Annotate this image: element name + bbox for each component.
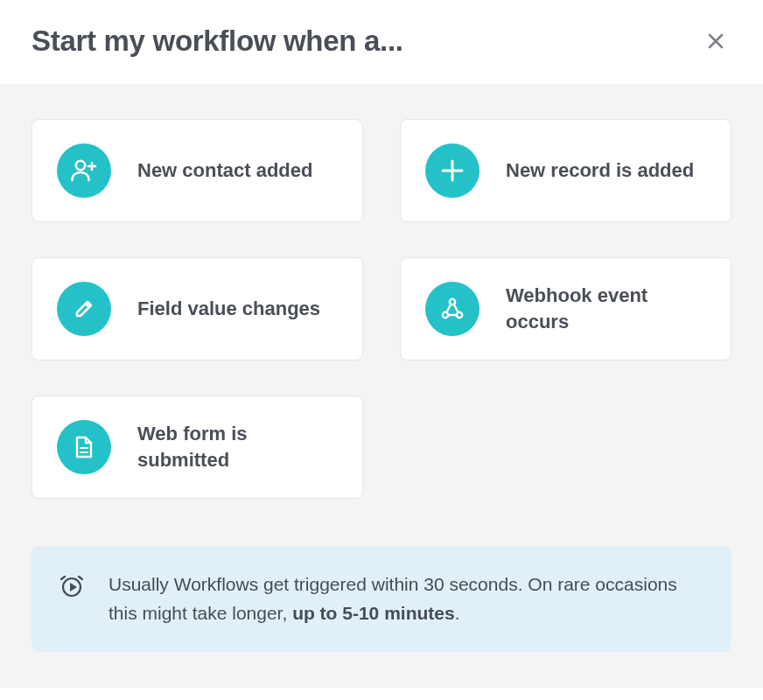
svg-marker-14 (70, 583, 77, 592)
trigger-field-change[interactable]: Field value changes (32, 257, 363, 360)
trigger-grid: New contact added New record is added Fi… (32, 119, 732, 499)
close-button[interactable] (704, 29, 728, 53)
modal-header: Start my workflow when a... (0, 0, 763, 84)
info-banner: Usually Workflows get triggered within 3… (32, 546, 732, 652)
info-text-after: . (455, 603, 460, 623)
webhook-icon (425, 282, 480, 336)
pencil-icon (57, 282, 111, 336)
trigger-new-record[interactable]: New record is added (400, 119, 732, 222)
clock-icon (58, 572, 86, 604)
trigger-label: New record is added (506, 158, 694, 184)
trigger-web-form[interactable]: Web form is submitted (32, 396, 363, 499)
modal-body: New contact added New record is added Fi… (0, 84, 763, 688)
modal-title: Start my workflow when a... (32, 24, 403, 58)
plus-icon (425, 144, 480, 198)
trigger-label: Field value changes (137, 296, 320, 322)
person-add-icon (57, 144, 111, 198)
info-text: Usually Workflows get triggered within 3… (108, 570, 705, 627)
trigger-webhook[interactable]: Webhook event occurs (400, 257, 732, 360)
info-text-bold: up to 5-10 minutes (292, 603, 455, 623)
trigger-label: Webhook event occurs (506, 283, 706, 334)
svg-point-2 (76, 161, 85, 170)
close-icon (705, 31, 726, 52)
trigger-new-contact[interactable]: New contact added (32, 119, 363, 222)
form-icon (57, 420, 111, 474)
trigger-label: New contact added (137, 158, 312, 184)
trigger-label: Web form is submitted (137, 421, 338, 472)
